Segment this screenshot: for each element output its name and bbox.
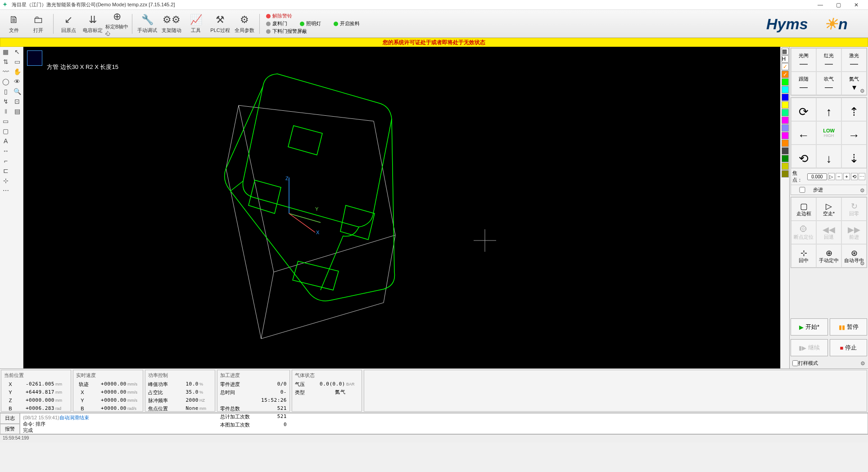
file-button[interactable]: 🗎文件	[2, 11, 26, 37]
blank-tool-1[interactable]	[12, 116, 23, 126]
curve-tool[interactable]: 〰	[0, 67, 12, 77]
swatch-check2[interactable]: ✓	[782, 71, 789, 78]
path-tool[interactable]: ↯	[0, 96, 12, 106]
down-button[interactable]: ↓	[816, 145, 841, 168]
corner-tool[interactable]: ⌐	[0, 156, 12, 166]
focus-go[interactable]: ▷	[828, 173, 835, 180]
magenta-swatch[interactable]	[782, 117, 789, 124]
rotate-cw-button[interactable]: ⟳	[791, 98, 816, 121]
viewport-3d[interactable]: 方管 边长30 X R2 X 长度15 Z	[23, 47, 780, 368]
manual-button[interactable]: 🔧手动调试	[136, 11, 159, 37]
right-button[interactable]: →	[841, 121, 867, 145]
pink-swatch[interactable]	[782, 132, 789, 139]
forward-button[interactable]: ▶▶前进	[841, 221, 867, 244]
array-tool[interactable]: ⫴	[0, 106, 12, 116]
layer-tool[interactable]: ▤	[12, 106, 23, 116]
blue-swatch[interactable]	[782, 94, 789, 101]
fit-tool[interactable]: ⊡	[12, 96, 23, 106]
rect-tool[interactable]: ▯	[0, 86, 12, 96]
gray-swatch[interactable]	[782, 147, 789, 154]
breakpoint-button[interactable]: ⭗断点定位	[791, 221, 816, 244]
follow-button[interactable]: 跟随—	[791, 72, 816, 95]
text-tool[interactable]: A	[0, 136, 12, 146]
plc-button[interactable]: ⚒PLC过程	[208, 11, 232, 37]
shutter-button[interactable]: 光闸—	[791, 48, 816, 72]
maximize-button[interactable]: ▢	[829, 0, 847, 9]
clear-alarm-button[interactable]: 解除警铃	[266, 13, 360, 19]
frame-tool[interactable]: ▢	[0, 126, 12, 136]
up-button[interactable]: ↑	[816, 98, 841, 121]
teal-swatch[interactable]	[782, 109, 789, 116]
blank-tool-6[interactable]	[12, 166, 23, 176]
swatch-hi[interactable]: H	[782, 55, 789, 63]
blank-tool-5[interactable]	[12, 156, 23, 166]
cyan-swatch[interactable]	[782, 86, 789, 93]
misc-tool[interactable]: ⋯	[0, 186, 12, 195]
home-button[interactable]: ↙回原点	[57, 11, 80, 37]
focus-more[interactable]: ⋯	[859, 173, 865, 180]
frame-button[interactable]: ▢走边框	[791, 197, 816, 221]
dgreen-swatch[interactable]	[782, 155, 789, 162]
pointer-tool[interactable]: ↖	[12, 47, 23, 57]
continue-button[interactable]: ▮▶继续	[791, 339, 828, 356]
gear-icon-3[interactable]: ⚙	[860, 260, 865, 267]
blank-tool-7[interactable]	[12, 176, 23, 186]
olive-swatch[interactable]	[782, 163, 789, 170]
swatch-check[interactable]: ✓	[782, 63, 789, 70]
pan-tool[interactable]: ✋	[12, 67, 23, 77]
z-down-button[interactable]: ⇣	[841, 145, 867, 168]
rewind-button[interactable]: ◀◀回退	[816, 221, 841, 244]
grid-tool[interactable]: ▦	[0, 47, 12, 57]
start-button[interactable]: ▶开始*	[791, 318, 828, 336]
select-tool[interactable]: ▭	[12, 57, 23, 67]
blank-tool-8[interactable]	[12, 186, 23, 195]
dry-run-button[interactable]: ▷空走*	[816, 197, 841, 221]
global-button[interactable]: ⚙全局参数	[233, 11, 256, 37]
center-button[interactable]: ⊹回中	[791, 244, 816, 268]
zero-button[interactable]: ↻回零	[841, 197, 867, 221]
align-tool[interactable]: ⊏	[0, 166, 12, 176]
focus-input[interactable]	[807, 173, 827, 180]
red-light-button[interactable]: 红光—	[816, 48, 841, 72]
white-swatch[interactable]: ▦	[782, 48, 789, 55]
blank-tool-4[interactable]	[12, 146, 23, 156]
log-tab[interactable]: 日志	[0, 413, 20, 424]
laser-button[interactable]: 激光—	[841, 48, 867, 72]
manual-center-button[interactable]: ⊕手动定中	[816, 244, 841, 268]
minimize-button[interactable]: —	[811, 0, 829, 9]
cap-cal-button[interactable]: ⇊电容标定	[81, 11, 104, 37]
rotate-ccw-button[interactable]: ⟲	[791, 145, 816, 168]
focus-minus[interactable]: −	[836, 173, 842, 180]
sort-tool[interactable]: ⇅	[0, 57, 12, 67]
stop-button[interactable]: ■停止	[830, 339, 867, 356]
tool-button[interactable]: 📈工具	[184, 11, 208, 37]
gear-icon[interactable]: ⚙	[860, 88, 865, 94]
blank-tool-2[interactable]	[12, 126, 23, 136]
blow-button[interactable]: 吹气—	[816, 72, 841, 95]
dim-tool[interactable]: ↔	[0, 146, 12, 156]
violet-swatch[interactable]	[782, 124, 789, 132]
left-button[interactable]: ←	[791, 121, 816, 145]
close-button[interactable]: ✕	[847, 0, 865, 9]
b-axis-button[interactable]: ⊕标定B轴中心	[105, 11, 129, 37]
blank-tool-3[interactable]	[12, 136, 23, 146]
green-swatch[interactable]	[782, 78, 789, 86]
step-checkbox[interactable]	[792, 187, 812, 193]
gear-icon-2[interactable]: ⚙	[860, 187, 865, 194]
gear-icon-4[interactable]: ⚙	[860, 360, 865, 367]
alarm-tab[interactable]: 报警	[0, 424, 20, 435]
eye-tool[interactable]: 👁	[12, 77, 23, 86]
center-tool[interactable]: ⊹	[0, 176, 12, 186]
focus-plus[interactable]: +	[843, 173, 850, 180]
support-button[interactable]: ⚙⚙支架随动	[160, 11, 183, 37]
focus-reset[interactable]: ⟲	[851, 173, 858, 180]
dolive-swatch[interactable]	[782, 170, 789, 177]
circle-tool[interactable]: ◯	[0, 77, 12, 86]
pause-button[interactable]: ▮▮暂停	[830, 318, 867, 336]
yellow-swatch[interactable]	[782, 101, 789, 109]
sample-checkbox[interactable]	[792, 360, 798, 366]
zoom-tool[interactable]: 🔍	[12, 86, 23, 96]
speed-toggle[interactable]: LOWHIGH	[816, 121, 841, 145]
open-button[interactable]: 🗀打开	[27, 11, 50, 37]
page-tool[interactable]: ▭	[0, 116, 12, 126]
